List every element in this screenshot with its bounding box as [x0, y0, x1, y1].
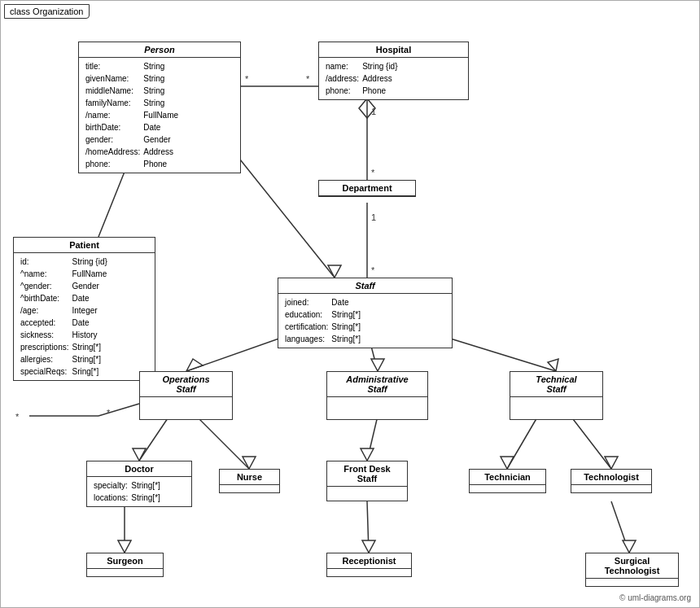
- diagram-container: class Organization * * 1 * 1 * * *: [0, 0, 700, 608]
- svg-line-30: [507, 416, 538, 469]
- svg-marker-39: [623, 540, 636, 553]
- svg-text:*: *: [306, 74, 310, 84]
- copyright: © uml-diagrams.org: [619, 593, 691, 602]
- technician-class: Technician: [469, 469, 546, 493]
- hospital-class: Hospital name:String {id} /address:Addre…: [318, 42, 469, 100]
- svg-line-24: [139, 416, 169, 461]
- svg-line-36: [367, 501, 369, 553]
- diagram-title: class Organization: [4, 4, 90, 19]
- operations-staff-class: OperationsStaff: [139, 371, 233, 420]
- surgeon-header: Surgeon: [87, 553, 163, 569]
- svg-text:1: 1: [371, 107, 376, 116]
- technologist-class: Technologist: [571, 469, 652, 493]
- technologist-header: Technologist: [571, 470, 651, 485]
- svg-marker-13: [328, 265, 341, 278]
- surgical-technologist-header: SurgicalTechnologist: [586, 553, 678, 579]
- svg-marker-23: [548, 359, 558, 371]
- svg-line-28: [367, 416, 378, 461]
- surgeon-class: Surgeon: [86, 553, 164, 577]
- svg-marker-21: [371, 359, 384, 371]
- technical-staff-header: TechnicalStaff: [510, 372, 602, 397]
- hospital-header: Hospital: [319, 42, 468, 58]
- person-header: Person: [79, 42, 240, 58]
- svg-marker-37: [362, 540, 375, 553]
- department-class: Department: [318, 180, 416, 197]
- svg-line-26: [196, 416, 249, 469]
- svg-marker-29: [361, 448, 374, 461]
- technical-staff-class: TechnicalStaff: [510, 371, 603, 420]
- svg-text:*: *: [15, 412, 20, 422]
- person-body: title:String givenName:String middleName…: [79, 58, 240, 173]
- doctor-body: specialty:String[*] locations:String[*]: [87, 477, 191, 506]
- svg-marker-31: [501, 457, 514, 469]
- svg-marker-4: [359, 98, 375, 118]
- front-desk-staff-header: Front DeskStaff: [327, 461, 407, 487]
- svg-marker-19: [186, 359, 203, 371]
- svg-marker-25: [133, 448, 146, 461]
- surgical-technologist-class: SurgicalTechnologist: [585, 553, 679, 587]
- svg-line-38: [611, 501, 629, 553]
- administrative-staff-class: AdministrativeStaff: [326, 371, 428, 420]
- svg-line-17: [98, 404, 139, 416]
- receptionist-header: Receptionist: [327, 553, 411, 569]
- nurse-header: Nurse: [220, 470, 279, 485]
- svg-marker-35: [118, 540, 131, 553]
- svg-text:*: *: [107, 408, 111, 418]
- staff-body: joined:Date education:String[*] certific…: [278, 294, 452, 348]
- patient-class: Patient id:String {id} ^name:FullName ^g…: [13, 237, 155, 381]
- svg-marker-33: [605, 457, 618, 469]
- staff-class: Staff joined:Date education:String[*] ce…: [278, 278, 453, 348]
- administrative-staff-header: AdministrativeStaff: [327, 372, 427, 397]
- patient-header: Patient: [14, 238, 155, 253]
- front-desk-staff-class: Front DeskStaff: [326, 461, 408, 501]
- technician-header: Technician: [470, 470, 545, 485]
- svg-marker-27: [243, 457, 256, 469]
- department-header: Department: [319, 181, 415, 196]
- staff-header: Staff: [278, 278, 452, 294]
- svg-text:*: *: [371, 168, 375, 177]
- nurse-class: Nurse: [219, 469, 280, 493]
- svg-line-32: [571, 416, 611, 469]
- operations-staff-header: OperationsStaff: [140, 372, 232, 397]
- doctor-header: Doctor: [87, 461, 191, 477]
- svg-text:*: *: [371, 265, 375, 275]
- doctor-class: Doctor specialty:String[*] locations:Str…: [86, 461, 192, 507]
- hospital-body: name:String {id} /address:Address phone:…: [319, 58, 468, 99]
- person-class: Person title:String givenName:String mid…: [78, 42, 241, 173]
- svg-text:1: 1: [371, 212, 376, 222]
- svg-text:*: *: [245, 74, 249, 84]
- patient-body: id:String {id} ^name:FullName ^gender:Ge…: [14, 253, 155, 380]
- receptionist-class: Receptionist: [326, 553, 412, 577]
